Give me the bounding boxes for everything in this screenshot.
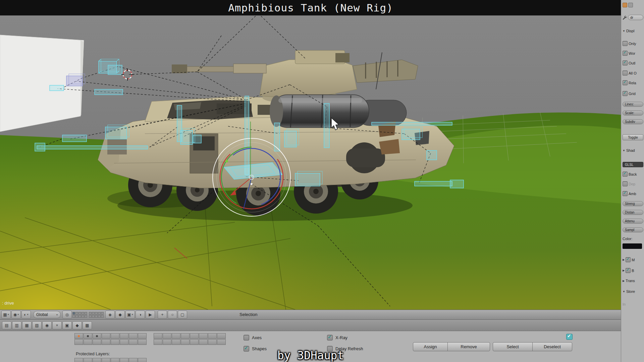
delay-refresh-checkbox[interactable] [327, 346, 333, 352]
rig-control-box [95, 89, 123, 95]
lines-slider[interactable]: Lines: [623, 102, 643, 107]
outline-selected-checkbox[interactable]: ✓ [623, 60, 628, 65]
snap-element-menu[interactable]: ▣▾ [125, 311, 135, 319]
armature-toolbar-button[interactable]: ▩ [83, 321, 92, 329]
shapes-label: Shapes [252, 346, 267, 351]
snap-element-icon: ▣ [127, 313, 131, 317]
lock-to-scene-button[interactable]: ◈ [105, 311, 115, 319]
deselect-button[interactable]: Deselect [532, 342, 572, 351]
remove-button[interactable]: Remove [447, 342, 490, 351]
wrench-icon [623, 15, 627, 20]
rig-control-box [284, 129, 299, 147]
armature-layers-panel: Protected Layers: Axes ✓ Shapes ✓ X-Ray … [0, 331, 621, 362]
relationship-lines-checkbox[interactable]: ✓ [623, 80, 628, 85]
editor-type-icon: ▦ [3, 313, 7, 317]
shading-icon: ◐ [24, 313, 26, 317]
scene-layers-widget[interactable] [72, 312, 87, 318]
protected-layers-label: Protected Layers: [76, 351, 110, 356]
rig-control-bar [415, 181, 452, 186]
grid-floor-checkbox[interactable]: ✓ [623, 91, 628, 96]
toggle-quad-view-button[interactable]: Toggle [623, 134, 643, 140]
partial-row-label: In [623, 302, 626, 306]
snap-toggle-button[interactable]: ◆ [115, 311, 125, 319]
ambient-occlusion-checkbox[interactable]: ✓ [623, 191, 628, 196]
mode-menu[interactable]: ◉▾ [11, 311, 21, 319]
backface-culling-checkbox[interactable]: ✓ [623, 172, 628, 177]
display-section-header[interactable]: Displ [626, 29, 634, 33]
assign-button[interactable]: Assign [413, 342, 448, 351]
samples-slider[interactable]: Sampl [623, 227, 643, 232]
lock-icon: ◈ [108, 313, 111, 317]
viewport-scene [0, 15, 621, 310]
distance-slider[interactable]: Distan [623, 210, 643, 215]
page-title: Amphibious Tank (New Rig) [228, 2, 393, 14]
video-title-bar: Amphibious Tank (New Rig) [0, 0, 621, 15]
datablock-name-field[interactable]: dr [628, 15, 643, 20]
properties-panel: dr ▼ Displ Only ✓Wor ✓Outl All O ✓Rela ✓… [621, 0, 644, 362]
shelf-side-toggle[interactable]: ✓ [566, 334, 573, 340]
3d-viewport[interactable]: : drive [0, 15, 621, 310]
collapsed-row-checkbox[interactable]: ✓ [626, 257, 631, 262]
blender-window: Amphibious Tank (New Rig) [0, 0, 644, 362]
depth-of-field-checkbox[interactable] [623, 181, 628, 186]
armature-toolbar-button[interactable]: ◉ [42, 321, 52, 329]
rig-control-box [35, 143, 45, 151]
shapes-checkbox[interactable]: ✓ [244, 346, 249, 352]
strength-slider[interactable]: Streng [623, 201, 643, 206]
all-object-origins-checkbox[interactable] [623, 71, 628, 76]
armature-toolbar-button[interactable]: × [52, 321, 62, 329]
armature-toolbar-button[interactable]: ▧ [32, 321, 42, 329]
armature-layer-grid-2[interactable] [154, 333, 226, 345]
rig-control-box [193, 135, 201, 143]
rig-control-box [50, 85, 64, 91]
glsl-menu[interactable]: GLSL [623, 162, 643, 167]
armature-toolbar-button[interactable]: ▤ [2, 321, 11, 329]
xray-checkbox[interactable]: ✓ [327, 335, 333, 341]
axes-checkbox[interactable] [244, 335, 249, 341]
armature-layer-grid-1[interactable] [74, 333, 147, 345]
select-button[interactable]: Select [493, 342, 533, 351]
rig-control-box [108, 65, 122, 75]
shading-section-header[interactable]: Shad [626, 148, 635, 152]
rig-control-box [450, 180, 464, 188]
rig-control-box [295, 171, 322, 186]
transform-orientation-select[interactable]: Global▾ [33, 311, 61, 318]
manipulator-translate-button[interactable]: + [158, 311, 167, 319]
rig-control-box [402, 127, 422, 140]
rig-control-box [105, 125, 129, 139]
rig-control-bar [274, 123, 280, 151]
rig-control-bar [372, 122, 452, 125]
render-opengl-icon: ◑ [139, 313, 141, 317]
subdivisions-slider[interactable]: Subdiv [623, 119, 643, 124]
panel-pin-icon[interactable] [628, 3, 633, 7]
manipulator-rotate-button[interactable]: ○ [168, 311, 177, 319]
translate-icon: + [161, 313, 163, 317]
viewport-shading-menu[interactable]: ◐▾ [21, 311, 31, 319]
armature-toolbar: ▤ ▥ ▦ ▧ ◉ × ▣ ◆ ▩ [0, 320, 621, 331]
object-data-icon[interactable] [623, 3, 627, 7]
rig-control-bar [324, 103, 329, 148]
armature-toolbar-button[interactable]: ◆ [72, 321, 82, 329]
manipulator-scale-button[interactable]: ▢ [178, 311, 187, 319]
axes-label: Axes [252, 335, 262, 340]
protected-layer-grid[interactable] [74, 358, 147, 362]
editor-type-menu[interactable]: ▦▾ [1, 311, 11, 319]
armature-toolbar-button[interactable]: ▣ [62, 321, 72, 329]
render-opengl-button[interactable]: ◑ [136, 311, 145, 319]
rig-control-box [66, 74, 85, 86]
armature-toolbar-button[interactable]: ▥ [12, 321, 21, 329]
only-render-checkbox[interactable] [623, 41, 628, 46]
color-label: Color: [623, 237, 632, 241]
render-anim-icon: ▶ [149, 313, 152, 317]
attenuation-slider[interactable]: Attenu [623, 219, 643, 224]
scale-icon: ▢ [180, 313, 184, 317]
render-anim-button[interactable]: ▶ [146, 311, 155, 319]
armature-toolbar-button[interactable]: ▦ [22, 321, 32, 329]
world-background-checkbox[interactable]: ✓ [623, 51, 628, 56]
scene-layers-widget-2[interactable] [89, 312, 104, 318]
pivot-point-menu[interactable]: ◎ [62, 311, 72, 319]
collapsed-row-checkbox[interactable]: ✓ [626, 268, 631, 273]
snap-magnet-icon: ◆ [118, 313, 121, 317]
color-swatch[interactable] [623, 243, 642, 249]
scale-slider[interactable]: Scale: [623, 110, 643, 116]
